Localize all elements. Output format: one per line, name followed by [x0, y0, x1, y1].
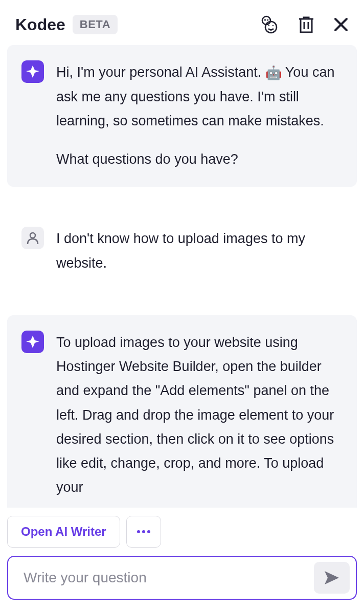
message-content: Hi, I'm your personal AI Assistant. 🤖 Yo… [56, 60, 343, 171]
svg-point-5 [272, 25, 274, 26]
bot-avatar-icon [21, 331, 44, 353]
feedback-icon[interactable] [259, 14, 279, 35]
message-text: What questions do you have? [56, 147, 343, 171]
svg-point-9 [147, 530, 150, 533]
svg-point-8 [142, 530, 145, 533]
message-content: To upload images to your website using H… [56, 331, 343, 500]
user-avatar-icon [21, 227, 44, 249]
message-text: To upload images to your website using H… [56, 331, 343, 500]
message-content: I don't know how to upload images to my … [56, 227, 343, 275]
svg-point-6 [30, 233, 35, 238]
chat-footer: Open AI Writer [0, 508, 364, 610]
send-button[interactable] [314, 562, 350, 594]
svg-point-2 [267, 20, 268, 20]
header-actions [259, 14, 349, 35]
svg-point-1 [265, 20, 265, 20]
chat-messages: Hi, I'm your personal AI Assistant. 🤖 Yo… [0, 45, 364, 508]
quick-actions: Open AI Writer [7, 516, 357, 548]
user-message: I don't know how to upload images to my … [7, 211, 357, 291]
bot-message: To upload images to your website using H… [7, 315, 357, 508]
svg-point-4 [268, 25, 269, 26]
bot-message: Hi, I'm your personal AI Assistant. 🤖 Yo… [7, 45, 357, 187]
message-input[interactable] [24, 570, 308, 586]
svg-point-7 [137, 530, 140, 533]
close-icon[interactable] [333, 17, 349, 32]
robot-emoji: 🤖 [265, 65, 282, 80]
beta-badge: BETA [73, 15, 118, 34]
message-text: Hi, I'm your personal AI Assistant. [56, 64, 265, 80]
message-input-row[interactable] [7, 556, 357, 600]
app-title: Kodee [15, 15, 65, 34]
chat-header: Kodee BETA [0, 0, 364, 45]
delete-icon[interactable] [298, 15, 315, 34]
open-ai-writer-button[interactable]: Open AI Writer [7, 516, 120, 548]
svg-point-3 [265, 21, 277, 33]
message-text: I don't know how to upload images to my … [56, 227, 343, 275]
bot-avatar-icon [21, 60, 44, 83]
more-actions-button[interactable] [126, 516, 161, 548]
